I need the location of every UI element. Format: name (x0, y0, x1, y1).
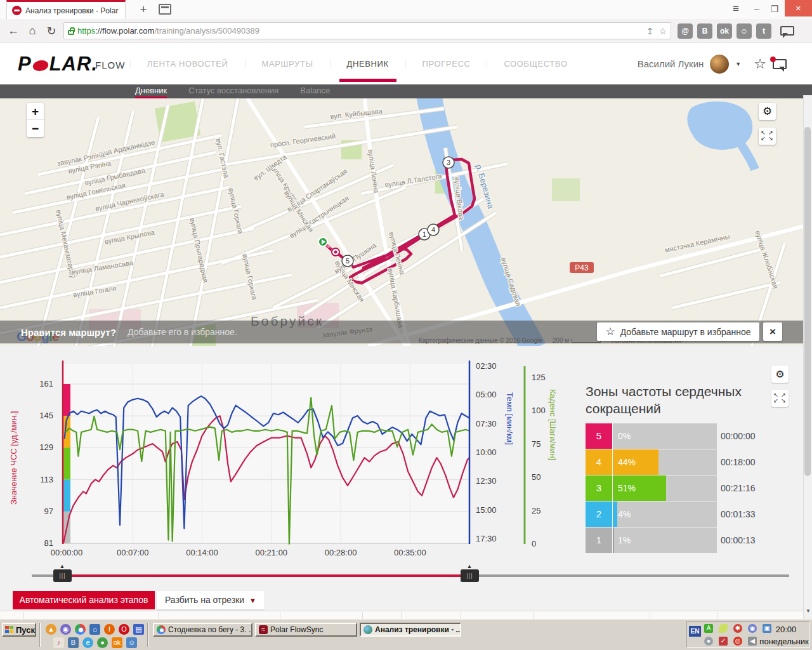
task-button-chrome[interactable]: Стодневка по бегу - 3. ... (153, 623, 252, 637)
training-chart[interactable] (0, 355, 609, 565)
target-icon[interactable]: ◎ (733, 637, 742, 646)
banner-close-button[interactable]: × (763, 322, 782, 341)
music-icon[interactable]: ♪ (53, 637, 64, 648)
browser-tabbar: Анализ тренировки - Polar F + ≡ – ❐ × (0, 0, 812, 19)
slider-handle-right[interactable]: ||| (461, 569, 479, 582)
reload-icon[interactable]: ↻ (42, 24, 61, 38)
nav-item-diary[interactable]: ДНЕВНИК (330, 59, 405, 69)
nav-item-progress[interactable]: ПРОГРЕСС (405, 59, 487, 69)
webcam-icon[interactable]: ● (704, 637, 713, 646)
chevron-down-icon: ▼ (735, 61, 741, 67)
extension-icon-2[interactable]: ok (717, 23, 732, 39)
start-button[interactable]: Пуск (2, 623, 36, 637)
bittorrent-tray-icon[interactable]: ◉ (748, 624, 757, 633)
map-settings-button[interactable]: ⚙ (759, 103, 776, 120)
globe-icon[interactable]: ● (97, 637, 108, 648)
comments-icon[interactable] (780, 26, 794, 36)
zone-number: 2 (586, 501, 612, 527)
banner-question: Нравится маршрут? (21, 327, 116, 338)
firefox-icon[interactable]: f (104, 624, 115, 635)
svg-text:P43: P43 (575, 263, 589, 272)
zone-percent: 51% (618, 475, 636, 501)
zone-percent: 1% (618, 527, 631, 553)
nav-item-newsfeed[interactable]: ЛЕНТА НОВОСТЕЙ (130, 59, 245, 69)
task-button-analysis[interactable]: Анализ тренировки - ... (360, 623, 461, 637)
route-map[interactable]: P43 Бобруйск вуліца Арджанікідзезавулак … (0, 98, 812, 346)
subnav-diary[interactable]: Дневник (135, 84, 167, 98)
language-indicator[interactable]: EN (689, 626, 701, 637)
zoom-in-button[interactable]: + (27, 103, 44, 120)
new-tab-button[interactable]: + (134, 1, 152, 18)
opera-icon[interactable]: O (119, 624, 129, 635)
extension-icon-0[interactable]: @ (678, 23, 693, 39)
notifications-icon[interactable] (773, 59, 787, 69)
slider-handle-left[interactable]: ||| (53, 569, 72, 582)
split-segments-button[interactable]: Разбить на отрезки▼ (157, 591, 265, 609)
nav-item-community[interactable]: СООБЩЕСТВО (487, 59, 584, 69)
save-icon[interactable]: ▤ (133, 624, 144, 635)
ok-icon[interactable]: ok (112, 637, 122, 648)
ie-icon[interactable]: e (82, 637, 93, 648)
minimize-button[interactable]: – (749, 3, 765, 15)
zone-bar: 44% (613, 449, 717, 475)
subnav-balance[interactable]: Balance (300, 84, 330, 98)
menu-icon[interactable]: ≡ (726, 3, 745, 15)
url-bar[interactable]: https://flow.polar.com/training/analysis… (63, 22, 671, 39)
subnav-recovery-status[interactable]: Статус восстановления (188, 84, 278, 98)
chart-settings-button[interactable]: ⚙ (771, 366, 789, 383)
sync-icon[interactable]: ✓ (719, 637, 728, 646)
svg-text:3: 3 (447, 159, 450, 166)
network-icon[interactable]: ▣ (763, 624, 771, 633)
site-header: PLAR. FLOW ЛЕНТА НОВОСТЕЙ МАРШРУТЫ ДНЕВН… (0, 43, 812, 84)
tray-day: понедельник (759, 637, 809, 646)
home-icon[interactable]: ⌂ (89, 624, 100, 635)
svg-text:5: 5 (346, 257, 350, 265)
share-icon[interactable]: ↥ (646, 26, 654, 36)
antivirus-icon[interactable]: A (704, 624, 713, 633)
pace-axis-label: Темп [мин/км] (505, 392, 514, 445)
task-button-flowsync[interactable]: ≈ Polar FlowSync (255, 623, 357, 637)
scrollbar-down-icon[interactable]: ▼ (804, 608, 812, 614)
chrome-icon[interactable] (75, 624, 86, 635)
tray-clock: 20:00 (766, 625, 806, 634)
hr-zones-title: Зоны частоты сердечныхсокращений (586, 383, 750, 417)
extension-icon-3[interactable]: ☺ (737, 23, 752, 39)
bittorrent-icon[interactable]: ◉ (60, 624, 71, 635)
add-route-favorite-button[interactable]: ☆ Добавьте маршрут в избранное (597, 322, 759, 341)
diary-subnav: Дневник Статус восстановления Balance (0, 84, 812, 98)
zone-time: 00:00:00 (721, 423, 756, 449)
volume-icon[interactable]: ◀ (748, 637, 757, 646)
dropdown-caret-icon: ▼ (249, 597, 256, 604)
zone-percent: 4% (618, 501, 631, 527)
star-icon: ☆ (605, 325, 615, 338)
avatar[interactable] (710, 55, 729, 74)
cadence-axis-label: Каденс [Шаги/мин] (548, 389, 558, 460)
aimp-icon[interactable]: ▲ (46, 624, 56, 635)
tab-list-icon[interactable] (159, 4, 171, 15)
favorites-star-icon[interactable]: ☆ (754, 56, 766, 72)
home-icon[interactable]: ⌂ (23, 24, 42, 37)
zone-bar: 0% (613, 423, 717, 449)
leaf-icon[interactable] (719, 624, 728, 633)
extension-icon-1[interactable]: B (697, 23, 712, 39)
windows-logo-icon (5, 626, 14, 633)
restore-button[interactable]: ❐ (766, 3, 783, 15)
map-fullscreen-button[interactable]: ↖ ↗↙ ↘ (759, 128, 776, 145)
zone-time: 00:18:00 (721, 449, 756, 475)
auto-lap-analysis-button[interactable]: Автоматический анализ этапов (13, 591, 155, 609)
browser-tab-active[interactable]: Анализ тренировки - Polar F (6, 0, 126, 19)
vk-icon[interactable]: B (68, 637, 79, 648)
main-nav: ЛЕНТА НОВОСТЕЙ МАРШРУТЫ ДНЕВНИК ПРОГРЕСС… (130, 43, 584, 84)
close-button[interactable]: × (785, 0, 812, 17)
bookmark-star-icon[interactable]: ☆ (658, 26, 667, 36)
chart-fullscreen-button[interactable]: ↖ ↗↙ ↘ (771, 390, 789, 407)
polar-logo[interactable]: PLAR. (18, 53, 98, 76)
qip-icon[interactable]: ☺ (126, 637, 137, 648)
zoom-out-button[interactable]: − (27, 120, 44, 137)
nav-item-routes[interactable]: МАРШРУТЫ (245, 59, 330, 69)
user-menu[interactable]: Василий Лукин ▼ ☆ (638, 43, 812, 84)
alert-icon[interactable]: ✱ (733, 624, 742, 633)
extension-icon-4[interactable]: t (756, 23, 771, 39)
scrollbar-thumb[interactable] (804, 127, 811, 476)
back-icon[interactable]: ← (4, 24, 23, 37)
